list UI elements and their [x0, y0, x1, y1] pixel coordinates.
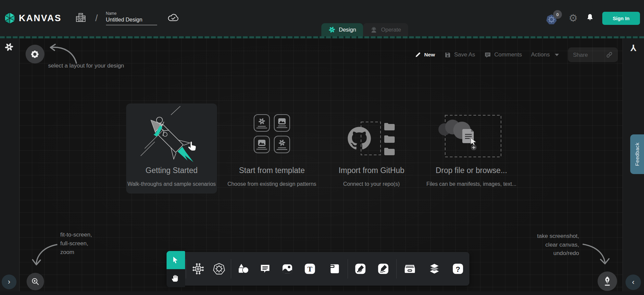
bottom-strip [0, 291, 644, 295]
github-octocat-icon [348, 127, 371, 150]
drawer-icon [403, 262, 416, 275]
image-icon [278, 118, 286, 125]
sign-in-button[interactable]: Sign In [602, 12, 640, 25]
cluster-status-button[interactable]: 0 [546, 11, 561, 26]
card-subtitle: Files can be manifests, images, text... [426, 181, 517, 187]
caret-down-icon [555, 54, 559, 56]
card-title: Start from template [226, 166, 317, 175]
note-tool[interactable] [327, 262, 341, 276]
save-as-label: Save As [454, 51, 475, 58]
card-getting-started[interactable]: Getting Started Walk-throughs and sample… [126, 103, 217, 194]
notifications-bell-icon[interactable] [586, 13, 594, 23]
svg-text:T: T [308, 265, 313, 273]
header-actions: 0 ⚙ Sign In [546, 0, 640, 36]
card-title: Getting Started [126, 166, 217, 175]
text-tool[interactable]: T [303, 262, 317, 276]
zoom-button[interactable] [27, 273, 44, 290]
left-rail: › [0, 38, 20, 291]
settings-gear-icon[interactable]: ⚙ [569, 13, 578, 23]
pan-hand-tool-button[interactable] [167, 269, 185, 287]
feedback-label: Feedback [634, 142, 640, 166]
design-canvas[interactable]: select a layout for your design [20, 38, 622, 291]
hand-icon [171, 274, 180, 283]
brand-logo[interactable]: KANVAS [4, 12, 62, 25]
tab-operate[interactable]: Operate [363, 23, 408, 36]
image-icon [258, 139, 266, 146]
comments-button[interactable]: Comments [484, 51, 522, 58]
pencil-scribble-icon [377, 262, 390, 275]
card-title: Drop file or browse... [426, 166, 517, 175]
template-tile [254, 114, 270, 132]
pen-nib-icon [602, 276, 612, 287]
image-tool[interactable] [281, 262, 294, 276]
brand-hexagon-icon [4, 12, 15, 25]
layout-selector-button[interactable] [26, 45, 44, 64]
question-mark-icon: ? [452, 262, 464, 275]
card-drop-file-or-browse[interactable]: Drop file or browse... Files can be mani… [426, 103, 517, 194]
comments-icon [484, 51, 491, 58]
pencil-draw-tool[interactable] [377, 262, 390, 276]
expand-left-panel-button[interactable]: › [2, 275, 16, 289]
design-name-input[interactable]: Untitled Design [106, 17, 157, 25]
pointer-hand-cursor [186, 139, 200, 154]
rocket-illustration [131, 106, 212, 173]
spinner-swirl-icon[interactable] [4, 42, 14, 53]
operate-headset-icon [370, 26, 378, 34]
new-design-button[interactable]: New [415, 51, 435, 58]
cloud-saved-icon [167, 13, 179, 24]
pencil-new-icon [415, 51, 421, 58]
comment-bubble-icon [259, 263, 271, 275]
chevron-left-icon: ‹ [632, 278, 634, 287]
card-subtitle: Walk-throughs and sample scenarios [126, 181, 217, 187]
organization-icon[interactable] [75, 12, 86, 25]
card-start-from-template[interactable]: Start from template Choose from existing… [226, 103, 317, 194]
new-label: New [424, 52, 435, 58]
drop-file-illustration [426, 103, 517, 166]
fork-y-icon[interactable]: Y [623, 42, 644, 53]
template-tile [274, 136, 290, 153]
text-t-icon: T [303, 262, 316, 275]
repo-folder-icons [384, 123, 395, 155]
template-tile [274, 114, 290, 132]
chevron-right-icon: › [8, 278, 10, 286]
tab-design[interactable]: Design [321, 23, 363, 36]
pen-nib-button[interactable] [598, 271, 617, 291]
github-import-illustration [326, 103, 417, 166]
cursor-arrow-icon [172, 256, 180, 264]
share-label: Share [573, 52, 588, 58]
assets-drawer-tool[interactable] [403, 262, 417, 276]
shapes-tool[interactable] [237, 262, 250, 276]
help-tool[interactable]: ? [451, 262, 465, 276]
select-tool-flyout [167, 251, 185, 287]
magnifier-plus-icon [30, 277, 40, 287]
comments-label: Comments [494, 51, 522, 58]
tab-operate-label: Operate [381, 27, 401, 33]
kubernetes-tool[interactable] [212, 262, 226, 276]
svg-text:?: ? [456, 265, 460, 273]
collapse-right-panel-button[interactable]: ‹ [625, 275, 641, 290]
template-tile [254, 136, 270, 153]
kubernetes-wheel-icon [213, 262, 225, 275]
app-header: KANVAS / [0, 0, 644, 36]
select-tool-button[interactable] [167, 251, 185, 269]
actions-dropdown[interactable]: Actions [531, 51, 559, 58]
pen-tool[interactable] [354, 262, 367, 276]
actions-label: Actions [531, 51, 550, 58]
brand-name: KANVAS [19, 13, 62, 24]
save-as-button[interactable]: Save As [444, 51, 475, 58]
component-chip-tool[interactable] [191, 262, 205, 276]
main-area: › select a layout for your design [0, 38, 644, 291]
screenshot-hint-text: take screenshot, clear canvas, undo/redo [537, 232, 579, 258]
breadcrumb-separator: / [95, 13, 98, 24]
comment-tool[interactable] [258, 262, 272, 276]
layers-tool[interactable] [428, 262, 441, 276]
template-tiles [254, 114, 290, 153]
share-button[interactable]: Share [568, 47, 618, 62]
feedback-tab[interactable]: Feedback [630, 134, 644, 174]
bottom-toolbar: T [167, 252, 469, 286]
card-subtitle: Connect to your repo(s) [326, 181, 417, 187]
card-import-from-github[interactable]: Import from GitHub Connect to your repo(… [326, 103, 417, 194]
canvas-actions-toolbar: New Save As [415, 47, 618, 62]
pinwheel-icon [278, 139, 286, 146]
tab-design-label: Design [339, 27, 356, 33]
